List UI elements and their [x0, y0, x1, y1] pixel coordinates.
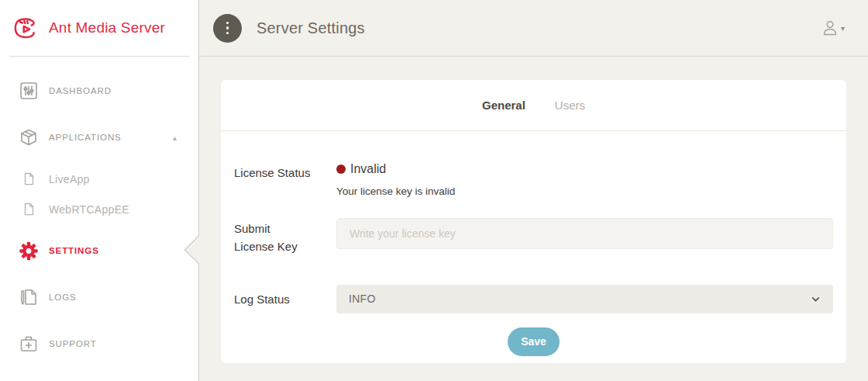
sidebar-item-label: APPLICATIONS [49, 133, 122, 142]
card-body: License Status Invalid Your license key … [221, 162, 846, 356]
tab-general[interactable]: General [482, 99, 525, 112]
sidebar-item-label: SETTINGS [49, 246, 99, 255]
user-caret-icon: ▾ [841, 24, 845, 33]
sidebar-item-label: LiveApp [49, 173, 90, 185]
settings-card: General Users License Status Invalid You… [221, 80, 846, 363]
sidebar-item-label: WebRTCAppEE [49, 203, 129, 216]
log-status-select[interactable]: INFO [336, 285, 833, 313]
log-status-label: Log Status [234, 289, 336, 308]
sidebar-item-dashboard[interactable]: DASHBOARD [0, 72, 198, 109]
license-status-detail: Your license key is invalid [336, 185, 833, 197]
sidebar-item-settings[interactable]: SETTINGS [0, 232, 198, 269]
save-button[interactable]: Save [508, 327, 560, 356]
file-icon [19, 203, 39, 216]
applications-box-icon [19, 128, 39, 147]
content: General Users License Status Invalid You… [199, 57, 868, 381]
gear-icon [19, 241, 39, 262]
license-status-label: License Status [234, 162, 336, 182]
sidebar-item-applications[interactable]: APPLICATIONS ▴ [0, 119, 198, 156]
sidebar-item-label: DASHBOARD [49, 86, 112, 95]
submit-license-label: Submit License Key [234, 218, 336, 256]
chevron-down-icon [811, 294, 821, 304]
sidebar-item-webrtcappee[interactable]: WebRTCAppEE [0, 194, 198, 224]
collapse-caret-icon[interactable]: ▴ [173, 133, 177, 142]
sidebar-item-support[interactable]: SUPPORT [0, 325, 198, 362]
submit-license-row: Submit License Key [234, 218, 833, 256]
user-icon [821, 19, 839, 37]
brand[interactable]: Ant Media Server [0, 0, 198, 56]
file-icon [19, 172, 39, 185]
app-window: Ant Media Server DASHBOARD [0, 0, 868, 381]
license-key-input[interactable] [336, 218, 833, 249]
sidebar-item-liveapp[interactable]: LiveApp [0, 164, 198, 194]
license-status-value: Invalid Your license key is invalid [336, 162, 833, 197]
support-kit-icon [19, 334, 39, 353]
ant-media-logo-icon [11, 12, 42, 43]
sidebar-item-label: SUPPORT [49, 339, 97, 348]
log-file-icon [19, 288, 39, 307]
brand-name: Ant Media Server [49, 19, 165, 36]
log-status-row: Log Status INFO [234, 285, 833, 313]
tab-bar: General Users [221, 80, 846, 131]
sidebar: Ant Media Server DASHBOARD [0, 0, 199, 381]
license-status-row: License Status Invalid Your license key … [234, 162, 833, 197]
sidebar-nav: DASHBOARD APPLICATIONS ▴ [0, 57, 198, 362]
topbar: Server Settings ▾ [199, 0, 868, 57]
kebab-menu-icon[interactable] [213, 14, 242, 43]
tab-users[interactable]: Users [555, 99, 585, 112]
user-menu[interactable]: ▾ [821, 19, 845, 37]
dashboard-sliders-icon [19, 81, 39, 100]
page-title: Server Settings [257, 19, 365, 37]
main-area: Server Settings ▾ General Users License [199, 0, 868, 381]
log-status-value: INFO [349, 293, 376, 305]
sidebar-item-logs[interactable]: LOGS [0, 279, 198, 316]
sidebar-item-label: LOGS [49, 293, 77, 302]
license-status-text: Invalid [350, 162, 386, 176]
status-dot-icon [336, 165, 346, 174]
